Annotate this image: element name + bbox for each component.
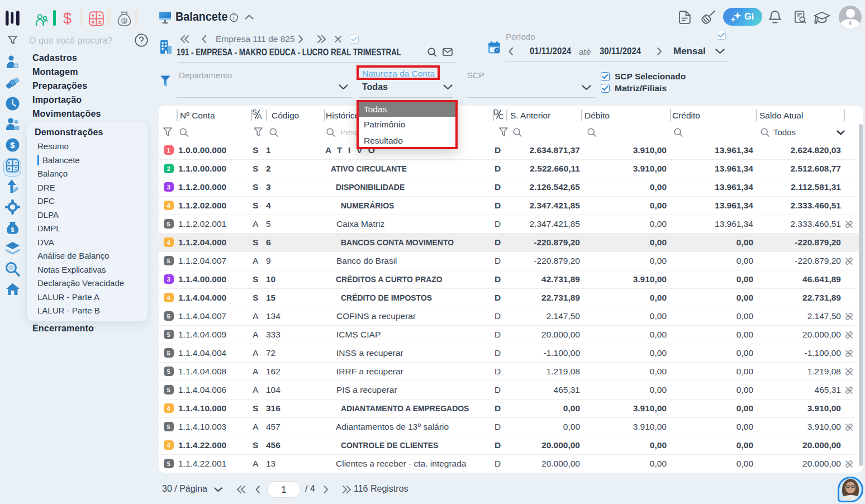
svg-text:$: $ xyxy=(123,18,126,24)
svg-text:$: $ xyxy=(11,226,15,233)
svg-text:$: $ xyxy=(10,140,15,150)
